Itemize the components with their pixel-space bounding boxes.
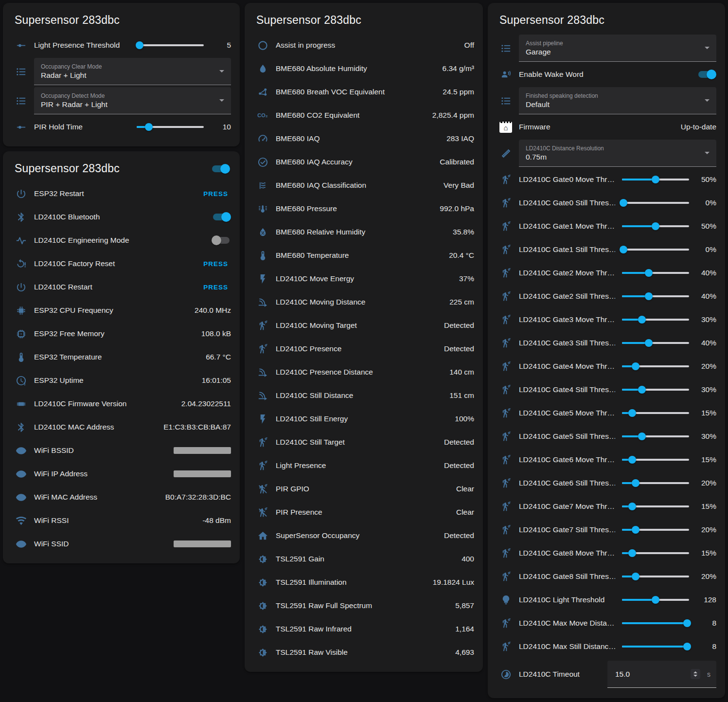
entity-row-info: LD2410C Firmware Version2.04.23022511 (11, 392, 232, 415)
entity-row-slider: LD2410C Gate0 Move Thr…50% (496, 168, 717, 191)
slider-control[interactable] (622, 478, 689, 488)
entity-value: 2.04.23022511 (181, 399, 231, 408)
slider-control[interactable] (622, 338, 689, 348)
slider-knob[interactable] (620, 199, 627, 207)
slider-control[interactable] (622, 595, 689, 605)
slider-knob[interactable] (632, 573, 639, 580)
entity-label: TSL2591 Raw Infrared (276, 625, 448, 633)
slider-knob[interactable] (638, 432, 646, 440)
slider-knob[interactable] (632, 362, 639, 370)
slider-control[interactable] (622, 642, 689, 651)
slider-control[interactable] (622, 175, 689, 184)
entity-value: 4,693 (455, 648, 474, 657)
brightness-icon (256, 553, 269, 565)
slider-knob[interactable] (136, 41, 143, 49)
slider-knob[interactable] (683, 619, 691, 627)
slider-knob[interactable] (645, 292, 653, 300)
toggle-switch[interactable] (212, 235, 231, 246)
slider-control[interactable] (622, 198, 689, 208)
slider-control[interactable] (622, 245, 689, 254)
slider-knob[interactable] (632, 479, 639, 487)
slider-knob[interactable] (645, 339, 653, 347)
entity-value: 140 cm (449, 368, 474, 377)
slider-control[interactable] (622, 548, 689, 558)
slider-knob[interactable] (628, 503, 636, 510)
select-field[interactable]: Assist pipelineGarage (519, 35, 716, 62)
slider-control[interactable] (622, 385, 689, 395)
entity-label: ESP32 Temperature (34, 353, 199, 361)
entity-row-press: ESP32 RestartPRESS (11, 182, 232, 205)
select-field[interactable]: Occupancy Clear ModeRadar + Light (34, 58, 231, 85)
slider-control[interactable] (622, 408, 689, 418)
slider-knob[interactable] (628, 409, 636, 417)
motion-sensor-icon (499, 477, 512, 489)
toggle-switch[interactable] (212, 212, 231, 222)
step-up-icon[interactable] (693, 671, 697, 673)
slider-knob[interactable] (652, 596, 659, 604)
slider-knob[interactable] (145, 123, 153, 131)
slider-control[interactable] (622, 361, 689, 371)
slider-knob[interactable] (620, 246, 627, 253)
entity-row-slider: LD2410C Gate2 Move Thr…40% (496, 261, 717, 285)
motion-sensor-icon (499, 197, 512, 209)
slider-knob[interactable] (628, 549, 636, 557)
molecule-icon (256, 86, 269, 98)
slider-knob[interactable] (652, 222, 659, 230)
slider-control[interactable] (137, 122, 204, 132)
slider-knob[interactable] (638, 386, 646, 394)
entity-row-slider: LD2410C Gate1 Move Thr…50% (496, 215, 717, 238)
eye-icon (15, 538, 27, 550)
slider-value: 0% (696, 198, 716, 207)
press-button[interactable]: PRESS (200, 258, 231, 270)
select-field[interactable]: LD2410C Distance Resolution0.75m (519, 140, 716, 167)
entity-row-info: SuperSensor OccupancyDetected (252, 524, 475, 547)
tune-icon (15, 39, 27, 51)
slider-control[interactable] (622, 502, 689, 511)
toggle-switch[interactable] (211, 163, 230, 174)
entity-value: Clear (456, 508, 474, 517)
slider-control[interactable] (622, 525, 689, 535)
entity-label: LD2410C Gate5 Move Thr… (519, 409, 615, 417)
entity-label: ESP32 Free Memory (34, 329, 195, 338)
entity-row-toggle: LD2410C Engineering Mode (11, 229, 232, 252)
redacted-value (174, 540, 231, 547)
entity-row-info: TSL2591 Raw Infrared1,164 (252, 617, 475, 641)
slider-knob[interactable] (638, 316, 646, 324)
select-field[interactable]: Finished speaking detectionDefault (519, 87, 716, 114)
number-input[interactable]: 15.0s (607, 661, 716, 688)
slider-knob[interactable] (628, 456, 636, 464)
toggle-switch[interactable] (697, 69, 716, 80)
slider-knob[interactable] (645, 269, 653, 277)
slider-control[interactable] (622, 291, 689, 301)
entity-value: Detected (444, 438, 474, 447)
slider-knob[interactable] (632, 526, 639, 534)
slider-control[interactable] (137, 40, 204, 50)
chevron-down-icon (705, 99, 710, 102)
slider-knob[interactable] (683, 643, 691, 650)
entity-label: WiFi MAC Address (34, 493, 159, 502)
press-button[interactable]: PRESS (200, 188, 231, 199)
slider-control[interactable] (622, 432, 689, 441)
entity-value: Up-to-date (681, 123, 716, 131)
slider-control[interactable] (622, 315, 689, 324)
entity-row-info: LD2410C Still Energy100% (252, 407, 475, 431)
step-down-icon[interactable] (693, 675, 697, 677)
press-button[interactable]: PRESS (200, 282, 231, 293)
entity-row-info: LD2410C Move Energy37% (252, 267, 475, 290)
entity-row-slider: LD2410C Gate3 Move Thr…30% (496, 308, 717, 331)
card-title: Supersensor 283dbc (15, 14, 120, 27)
lightbulb-icon (499, 594, 512, 606)
stepper-control[interactable] (691, 669, 700, 679)
number-value[interactable]: 15.0 (615, 670, 691, 679)
thermometer-icon (15, 351, 27, 363)
entity-row-slider: LD2410C Gate5 Still Thres…30% (496, 425, 717, 448)
slider-control[interactable] (622, 221, 689, 231)
entity-label: BME680 IAQ (276, 134, 440, 143)
entity-row-info: BME680 Temperature20.4 °C (252, 244, 475, 267)
slider-knob[interactable] (652, 176, 659, 183)
slider-control[interactable] (622, 268, 689, 278)
slider-control[interactable] (622, 618, 689, 628)
select-field[interactable]: Occupancy Detect ModePIR + Radar + Light (34, 87, 231, 114)
slider-control[interactable] (622, 572, 689, 581)
slider-control[interactable] (622, 455, 689, 465)
